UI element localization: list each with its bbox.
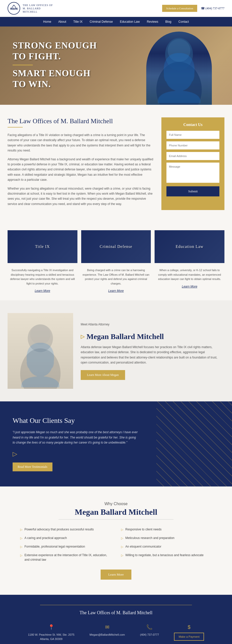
- hero-section: Strong Enough to Fight. Smart Enough to …: [0, 27, 232, 105]
- title-ix-learn-more[interactable]: Learn More: [35, 289, 50, 293]
- logo-icon: MBM: [8, 2, 20, 15]
- why-item-2: A caring and practical approach: [20, 536, 111, 540]
- testimonial-next-arrow[interactable]: ▷: [13, 450, 139, 457]
- svg-point-5: [156, 62, 202, 105]
- why-item-4: Extensive experience at the intersection…: [20, 553, 111, 562]
- footer: The Law Offices of M. Ballard Mitchell 📍…: [0, 595, 232, 644]
- phone-icon: 📞: [140, 623, 159, 631]
- hero-person-silhouette: [146, 32, 212, 105]
- schedule-consultation-button[interactable]: Schedule a Consultation: [162, 5, 197, 12]
- attorney-photo: [8, 313, 73, 389]
- testimonials-title: What Our Clients Say: [13, 417, 139, 425]
- main-paragraph-1: Facing allegations of a Title IX violati…: [8, 133, 154, 153]
- testimonials-section: What Our Clients Say "I just appreciate …: [0, 401, 232, 486]
- contact-form: Contact Us Submit: [161, 117, 224, 210]
- attorney-bio: Atlanta defense lawyer Megan Ballard Mit…: [81, 345, 224, 365]
- why-item-3: Formidable, professional legal represent…: [20, 544, 111, 549]
- logo-text: THE LAW OFFICES OF M. BALLARD MITCHELL: [23, 4, 53, 13]
- svg-point-6: [168, 39, 190, 62]
- attorney-subtitle: Meet Atlanta Attorney: [81, 322, 224, 327]
- footer-email: ✉ Megan@BallardMitchell.com: [90, 623, 125, 641]
- title-ix-label: Title IX: [35, 244, 50, 249]
- why-item-6: Meticulous research and preparation: [121, 536, 212, 540]
- criminal-defense-desc: Being charged with a crime can be a harr…: [81, 268, 151, 293]
- footer-payment: $ Make a Payment: [174, 623, 204, 641]
- hero-divider: [13, 65, 33, 65]
- hero-attorney-image: [141, 29, 217, 105]
- attorney-content: Meet Atlanta Attorney Megan Ballard Mitc…: [81, 322, 224, 380]
- practice-cards: Title IX Criminal Defense Education Law: [8, 230, 224, 263]
- nav-home[interactable]: Home: [40, 17, 55, 27]
- footer-divider: [40, 605, 192, 605]
- why-choose-title: Megan Ballard Mitchell: [20, 507, 212, 517]
- make-payment-button[interactable]: Make a Payment: [174, 633, 204, 641]
- why-learn-more-button[interactable]: Learn More: [101, 570, 131, 580]
- why-grid: Powerful advocacy that produces successf…: [20, 527, 212, 562]
- why-item-1: Powerful advocacy that produces successf…: [20, 527, 111, 532]
- learn-more-megan-button[interactable]: Learn More About Megan: [81, 370, 125, 380]
- top-right: Schedule a Consultation ☎ (404) 737-0777: [162, 5, 224, 12]
- education-law-label: Education Law: [176, 244, 204, 249]
- main-text: The Law Offices of M. Ballard Mitchell F…: [8, 117, 154, 210]
- main-nav: Home About Title IX Criminal Defense Edu…: [0, 17, 232, 27]
- hero-subtitle: Smart Enough to Win.: [13, 68, 103, 90]
- education-law-desc: When a college, university, or K-12 scho…: [155, 268, 224, 293]
- svg-point-8: [20, 348, 61, 389]
- practice-areas-section: Title IX Criminal Defense Education Law …: [0, 223, 232, 300]
- why-choose-section: Why Choose Megan Ballard Mitchell Powerf…: [0, 486, 232, 595]
- footer-info: 📍 1180 W. Peachtree St. NW, Ste. 2075 At…: [8, 623, 224, 641]
- testimonials-content: What Our Clients Say "I just appreciate …: [13, 417, 139, 471]
- criminal-defense-label: Criminal Defense: [100, 244, 132, 249]
- why-item-8: Willing to negotiate, but a tenacious an…: [121, 553, 212, 562]
- hero-title: Strong Enough to Fight.: [13, 40, 103, 62]
- payment-icon: $: [174, 623, 204, 631]
- svg-point-9: [30, 324, 50, 345]
- why-item-7: An eloquent communicator: [121, 544, 212, 549]
- nav-contact[interactable]: Contact: [175, 17, 192, 27]
- message-input[interactable]: [166, 163, 219, 183]
- attorney-name: Megan Ballard Mitchell: [81, 332, 224, 341]
- location-icon: 📍: [28, 623, 74, 631]
- main-section: The Law Offices of M. Ballard Mitchell F…: [0, 105, 232, 223]
- email-icon: ✉: [90, 623, 125, 631]
- practice-descriptions: Successfully navigating a Title IX inves…: [8, 268, 224, 293]
- nav-reviews[interactable]: Reviews: [143, 17, 162, 27]
- hero-content: Strong Enough to Fight. Smart Enough to …: [0, 30, 116, 105]
- svg-text:MBM: MBM: [10, 7, 18, 11]
- footer-address: 📍 1180 W. Peachtree St. NW, Ste. 2075 At…: [28, 623, 74, 641]
- why-choose-subtitle: Why Choose: [20, 502, 212, 506]
- full-name-input[interactable]: [166, 131, 219, 139]
- contact-form-title: Contact Us: [166, 122, 219, 127]
- testimonial-quote: "I just appreciate Megan so much and she…: [13, 430, 139, 445]
- education-law-card[interactable]: Education Law: [155, 230, 224, 263]
- criminal-defense-learn-more[interactable]: Learn More: [108, 289, 124, 293]
- main-paragraph-2: Attorney Megan Ballard Mitchell has a ba…: [8, 157, 154, 183]
- nav-education-law[interactable]: Education Law: [116, 17, 143, 27]
- logo-area: MBM THE LAW OFFICES OF M. BALLARD MITCHE…: [8, 2, 53, 15]
- nav-about[interactable]: About: [55, 17, 70, 27]
- nav-blog[interactable]: Blog: [162, 17, 175, 27]
- footer-phone: 📞 (404) 737-0777: [140, 623, 159, 641]
- phone-input[interactable]: [166, 141, 219, 149]
- svg-point-3: [13, 5, 14, 6]
- top-bar: MBM THE LAW OFFICES OF M. BALLARD MITCHE…: [0, 0, 232, 17]
- nav-title-ix[interactable]: Title IX: [70, 17, 86, 27]
- submit-button[interactable]: Submit: [166, 186, 219, 196]
- footer-title: The Law Offices of M. Ballard Mitchell: [8, 610, 224, 615]
- phone-number: ☎ (404) 737-0777: [201, 7, 224, 10]
- why-item-5: Responsive to client needs: [121, 527, 212, 532]
- nav-criminal-defense[interactable]: Criminal Defense: [86, 17, 116, 27]
- education-law-learn-more[interactable]: Learn More: [182, 285, 197, 288]
- email-input[interactable]: [166, 152, 219, 160]
- firm-title: The Law Offices of M. Ballard Mitchell: [8, 117, 154, 127]
- main-paragraph-3: Whether you are facing allegations of se…: [8, 186, 154, 207]
- criminal-defense-card[interactable]: Criminal Defense: [81, 230, 151, 263]
- attorney-section: Meet Atlanta Attorney Megan Ballard Mitc…: [0, 300, 232, 401]
- title-ix-desc: Successfully navigating a Title IX inves…: [8, 268, 77, 293]
- read-more-testimonials-button[interactable]: Read More Testimonials: [13, 462, 52, 471]
- why-divider: [59, 519, 173, 520]
- title-ix-card[interactable]: Title IX: [8, 230, 77, 263]
